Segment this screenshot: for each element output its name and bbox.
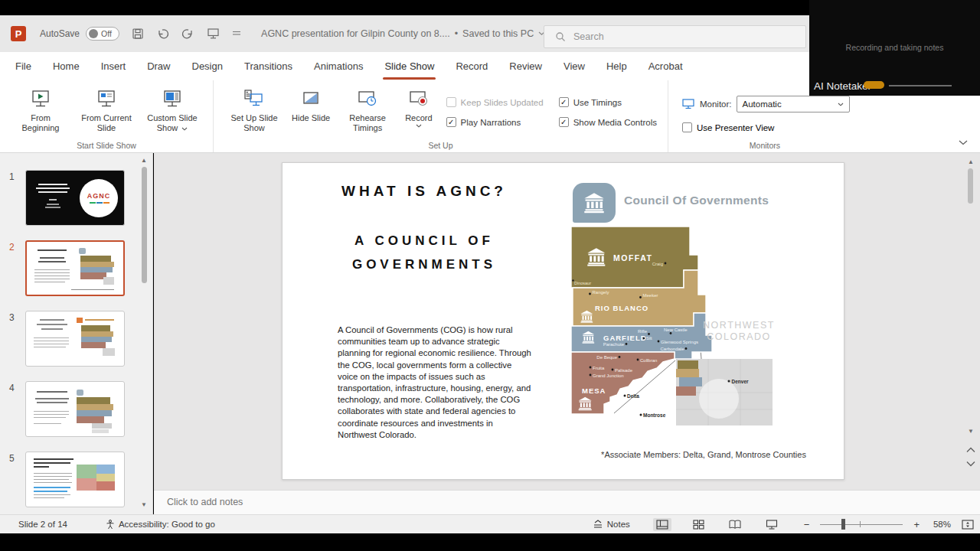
- thumb-scroll-up-icon[interactable]: ▲: [141, 158, 147, 164]
- reading-view-icon: [729, 520, 741, 530]
- notes-button[interactable]: Notes: [593, 520, 630, 529]
- county-label: GARFIELD: [603, 334, 647, 342]
- slide-indicator[interactable]: Slide 2 of 14: [18, 520, 67, 529]
- ai-notetaker-title: AI Notetaker: [814, 80, 871, 92]
- slide-thumbnail-2[interactable]: [25, 240, 125, 296]
- town-label: Meeker: [643, 293, 658, 298]
- use-timings-checkbox[interactable]: Use Timings: [559, 97, 657, 107]
- tab-file[interactable]: File: [14, 57, 33, 75]
- autosave-label: AutoSave: [40, 28, 80, 39]
- undo-button[interactable]: [156, 28, 169, 40]
- set-up-slide-show-button[interactable]: Set Up Slide Show: [223, 85, 286, 133]
- slide-sorter-view-button[interactable]: [690, 518, 707, 531]
- tab-transitions[interactable]: Transitions: [243, 57, 294, 75]
- notes-pane[interactable]: Click to add notes: [154, 490, 980, 514]
- search-icon: [555, 31, 566, 42]
- save-button[interactable]: [132, 28, 144, 40]
- collapse-ribbon-button[interactable]: [959, 140, 968, 145]
- slide-thumbnail-1[interactable]: AGNC: [25, 170, 125, 226]
- tab-home[interactable]: Home: [51, 57, 81, 75]
- tab-slide-show[interactable]: Slide Show: [383, 57, 436, 75]
- tab-design[interactable]: Design: [191, 57, 224, 75]
- zoom-out-button[interactable]: −: [804, 519, 810, 530]
- town-label: Parachute: [603, 342, 625, 347]
- group-label-monitors: Monitors: [668, 141, 861, 150]
- powerpoint-window: P AutoSave Off AGNC presentation for Gil…: [0, 0, 980, 551]
- rehearse-timings-button[interactable]: Rehearse Timings: [336, 85, 399, 133]
- town-label: Delta: [627, 393, 639, 399]
- custom-slide-show-button[interactable]: Custom Slide Show: [141, 85, 204, 133]
- normal-view-icon: [656, 520, 668, 530]
- slide-show-view-button[interactable]: [763, 518, 781, 531]
- monitor-label: Monitor:: [700, 99, 732, 109]
- slide-thumbnail-3[interactable]: [25, 311, 125, 367]
- scroll-down-icon[interactable]: ▼: [968, 429, 974, 435]
- play-from-current-icon: [96, 88, 117, 111]
- next-slide-button[interactable]: [966, 461, 975, 467]
- slide-thumbnail-5[interactable]: [25, 452, 125, 507]
- slide-thumbnail-4[interactable]: [25, 381, 125, 437]
- accessibility-icon: [106, 520, 115, 530]
- town-label: Collbran: [640, 358, 657, 363]
- town-label: Fruita: [593, 366, 605, 370]
- notetaker-fine-print: [889, 85, 952, 87]
- tab-review[interactable]: Review: [508, 57, 544, 75]
- city-label: Denver: [732, 379, 750, 384]
- autosave-toggle[interactable]: Off: [86, 27, 119, 41]
- town-label: Craig: [652, 262, 663, 266]
- play-from-beginning-icon: [30, 88, 51, 111]
- zoom-level[interactable]: 58%: [933, 520, 951, 529]
- scroll-up-icon[interactable]: ▲: [968, 159, 974, 165]
- group-label-set-up: Set Up: [214, 141, 668, 150]
- tab-record[interactable]: Record: [454, 57, 489, 75]
- rehearse-timings-icon: [357, 88, 378, 111]
- tab-animations[interactable]: Animations: [312, 57, 364, 75]
- tab-view[interactable]: View: [562, 57, 586, 75]
- zoom-slider-thumb[interactable]: [841, 519, 845, 530]
- play-narrations-checkbox[interactable]: Play Narrations: [446, 117, 544, 127]
- powerpoint-logo-icon[interactable]: P: [11, 26, 26, 41]
- setup-options: Keep Slides Updated Use Timings Play Nar…: [446, 97, 657, 127]
- tab-insert[interactable]: Insert: [100, 57, 128, 75]
- town-label: Palisade: [615, 368, 633, 373]
- thumb-scroll-down-icon[interactable]: ▼: [141, 502, 147, 508]
- main-scrollbar[interactable]: [968, 168, 973, 204]
- customize-quick-access-icon[interactable]: [232, 30, 241, 37]
- group-start-slide-show: From Beginning From Current Slide Custom…: [0, 80, 213, 152]
- hide-slide-button[interactable]: Hide Slide: [289, 85, 333, 123]
- county-label: MOFFAT: [613, 253, 652, 262]
- from-beginning-button[interactable]: From Beginning: [9, 85, 72, 133]
- search-input[interactable]: Search: [544, 25, 806, 48]
- monitor-dropdown[interactable]: Automatic: [737, 96, 850, 112]
- redo-button[interactable]: [181, 28, 194, 40]
- normal-view-button[interactable]: [653, 518, 671, 531]
- show-media-controls-checkbox[interactable]: Show Media Controls: [559, 117, 657, 127]
- slide-editor[interactable]: WHAT IS AGNC? A COUNCIL OF GOVERNMENTS A…: [282, 162, 844, 480]
- zoom-slider[interactable]: [820, 519, 903, 530]
- tab-draw[interactable]: Draw: [145, 57, 172, 75]
- slide-number: 4: [9, 383, 15, 393]
- start-slideshow-quick-button[interactable]: [207, 28, 220, 40]
- record-button[interactable]: Record: [402, 85, 435, 128]
- tab-help[interactable]: Help: [605, 57, 629, 75]
- slide-show-icon: [766, 520, 778, 530]
- notetaker-badge[interactable]: [864, 81, 884, 89]
- fit-slide-button[interactable]: [962, 520, 974, 530]
- county-label: MESA: [582, 386, 606, 395]
- accessibility-checker[interactable]: Accessibility: Good to go: [106, 520, 215, 530]
- town-label: Carbondale: [660, 347, 684, 351]
- slide-thumbnail-panel: 1 AGNC 2: [0, 153, 153, 514]
- town-label: Silt: [646, 336, 652, 341]
- from-current-slide-button[interactable]: From Current Slide: [75, 85, 138, 133]
- zoom-in-button[interactable]: +: [913, 519, 920, 530]
- northwest-colorado-map[interactable]: MOFFAT RIO BLANCO GARFIELD MESA Craig Di…: [283, 163, 844, 479]
- tab-acrobat[interactable]: Acrobat: [647, 57, 684, 75]
- keep-slides-updated-checkbox[interactable]: Keep Slides Updated: [446, 97, 544, 107]
- town-label: Grand Junction: [593, 373, 624, 378]
- town-label: Montrose: [643, 412, 666, 418]
- thumb-panel-scrollbar[interactable]: [142, 167, 147, 283]
- slide-number: 1: [9, 171, 15, 182]
- reading-view-button[interactable]: [726, 518, 744, 531]
- previous-slide-button[interactable]: [966, 447, 975, 453]
- use-presenter-view-checkbox[interactable]: Use Presenter View: [682, 122, 850, 132]
